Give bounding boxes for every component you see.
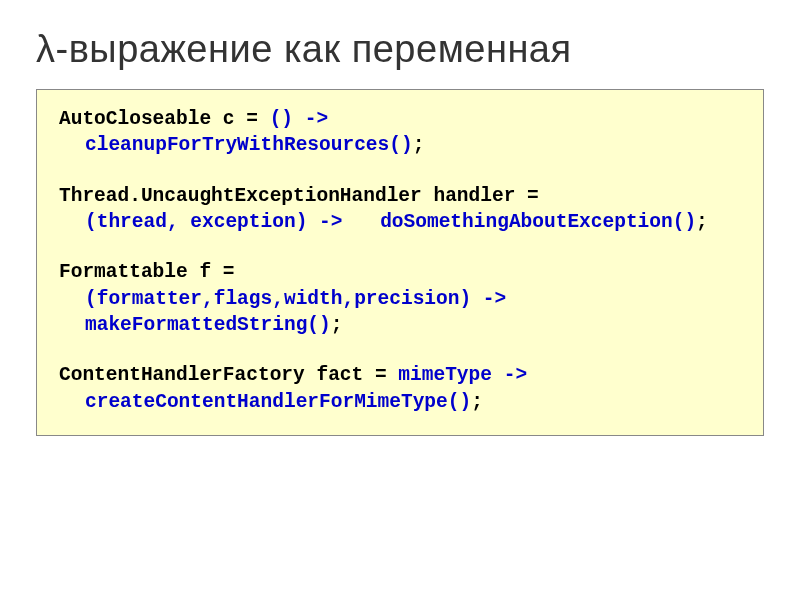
code-statement: ContentHandlerFactory fact = mimeType ->…: [59, 362, 741, 415]
code-semi: ;: [331, 314, 343, 336]
code-line: (thread, exception) ->: [59, 209, 342, 235]
slide: λ-выражение как переменная AutoCloseable…: [0, 0, 800, 464]
code-statement: Formattable f = (formatter,flags,width,p…: [59, 259, 741, 338]
code-text: ContentHandlerFactory fact =: [59, 364, 398, 386]
code-line: Formattable f =: [59, 259, 741, 285]
slide-title: λ-выражение как переменная: [36, 28, 764, 71]
code-line: AutoCloseable c = () ->: [59, 106, 741, 132]
code-semi: ;: [696, 211, 708, 233]
code-call: makeFormattedString(): [85, 314, 331, 336]
code-line: createContentHandlerForMimeType();: [59, 389, 483, 415]
code-line: cleanupForTryWithResources();: [59, 132, 424, 158]
code-line: (formatter,flags,width,precision) ->: [59, 286, 506, 312]
code-semi: ;: [471, 391, 483, 413]
code-call: cleanupForTryWithResources(): [85, 134, 413, 156]
code-line: doSomethingAboutException();: [354, 209, 708, 235]
code-semi: ;: [413, 134, 425, 156]
code-line: Thread.UncaughtExceptionHandler handler …: [59, 183, 741, 209]
code-call: doSomethingAboutException(): [380, 211, 696, 233]
code-line: makeFormattedString();: [59, 312, 342, 338]
code-call: createContentHandlerForMimeType(): [85, 391, 471, 413]
code-line: ContentHandlerFactory fact = mimeType ->: [59, 362, 741, 388]
code-lambda: mimeType ->: [398, 364, 527, 386]
code-text: AutoCloseable c =: [59, 108, 270, 130]
code-block: AutoCloseable c = () -> cleanupForTryWit…: [36, 89, 764, 436]
code-statement: AutoCloseable c = () -> cleanupForTryWit…: [59, 106, 741, 159]
code-lambda: () ->: [270, 108, 329, 130]
code-statement: Thread.UncaughtExceptionHandler handler …: [59, 183, 741, 236]
